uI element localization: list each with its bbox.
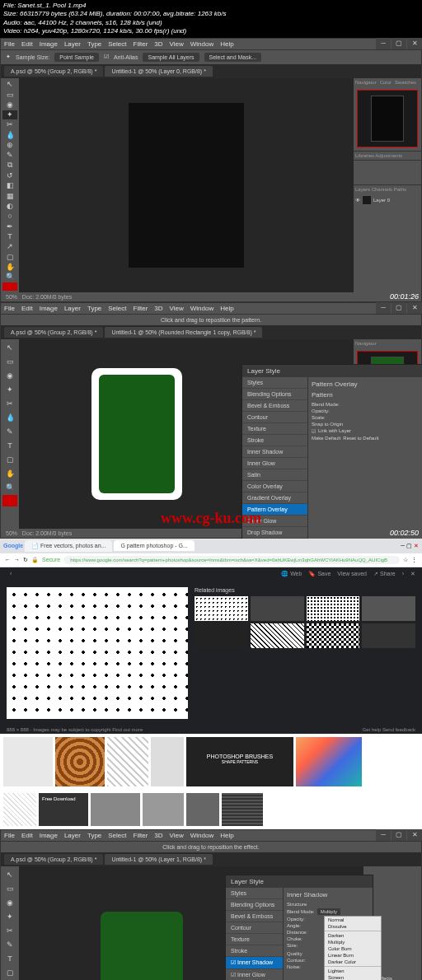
related-thumb[interactable] — [307, 596, 360, 621]
foreground-color[interactable] — [2, 282, 17, 291]
eye-icon[interactable]: 👁 — [355, 198, 360, 203]
card-shape[interactable] — [91, 368, 182, 500]
close-button[interactable]: ✕ — [407, 829, 422, 841]
zoom-tool[interactable]: 🔍 — [2, 273, 17, 282]
navigator-tab[interactable]: Navigator — [355, 80, 377, 85]
shape-tool[interactable]: ▢ — [2, 966, 17, 979]
result-thumb[interactable] — [296, 737, 362, 786]
ls-gradient-overlay[interactable]: Gradient Overlay — [242, 492, 307, 504]
menu-select[interactable]: Select — [108, 832, 126, 839]
canvas-area[interactable]: Layer Style Styles Blending Options Beve… — [19, 866, 363, 980]
crop-tool[interactable]: ✂ — [2, 924, 17, 937]
doc-tab-untitled[interactable]: Untitled-1 @ 50% (Layer 1, RGB/8) * — [105, 854, 213, 865]
star-icon[interactable]: ☆ — [403, 557, 408, 563]
related-thumb[interactable] — [195, 596, 248, 621]
move-tool[interactable]: ↖ — [2, 868, 17, 881]
result-thumb[interactable]: PHOTOSHOP BRUSHESSHAPE PATTERNS — [186, 737, 293, 786]
reset-default-button[interactable]: Reset to Default — [343, 436, 378, 441]
reload-button[interactable]: ↻ — [23, 557, 28, 563]
menu-help[interactable]: Help — [220, 305, 233, 312]
history-brush-tool[interactable]: ↺ — [2, 170, 17, 180]
maximize-button[interactable]: ▢ — [392, 829, 406, 841]
menu-help[interactable]: Help — [220, 40, 233, 48]
save-button[interactable]: 🔖 Save — [308, 571, 331, 577]
ls-contour[interactable]: Contour — [242, 412, 307, 423]
menu-image[interactable]: Image — [40, 305, 58, 312]
blur-tool[interactable]: ◐ — [2, 201, 17, 210]
magic-wand-tool[interactable]: ✦ — [2, 383, 17, 396]
paths-tab[interactable]: Paths — [394, 187, 406, 192]
menu-layer[interactable]: Layer — [64, 40, 81, 48]
ls-texture[interactable]: Texture — [226, 934, 283, 945]
browser-tab-freepik[interactable]: 📄 Free vectors, photos an... — [25, 540, 112, 552]
result-thumb[interactable]: Free Download — [39, 793, 88, 826]
canvas-area[interactable]: Layer Style Styles Blending Options Beve… — [19, 339, 354, 529]
ls-blending[interactable]: Blending Options — [242, 389, 307, 400]
path-tool[interactable]: ↗ — [2, 242, 17, 251]
doc-tab-untitled[interactable]: Untitled-1 @ 50% (Layer 0, RGB/8) * — [105, 66, 213, 77]
menu-view[interactable]: View — [170, 305, 184, 312]
canvas-document[interactable] — [129, 103, 244, 268]
close-button[interactable]: ✕ — [414, 543, 419, 549]
close-viewer[interactable]: ✕ — [410, 571, 415, 577]
back-button[interactable]: ← — [5, 557, 11, 562]
shape-tool[interactable]: ▢ — [2, 453, 17, 466]
eraser-tool[interactable]: ◧ — [2, 181, 17, 190]
close-button[interactable]: ✕ — [407, 302, 422, 314]
doc-tab-a[interactable]: A.psd @ 50% (Group 2, RGB/8) * — [4, 66, 103, 77]
eyedropper-tool[interactable]: 💧 — [2, 130, 17, 139]
magic-wand-tool[interactable]: ✦ — [2, 110, 17, 119]
url-input[interactable]: https://www.google.com/search?q=pattern+… — [63, 556, 400, 564]
menu-filter[interactable]: Filter — [134, 40, 148, 48]
navigator-preview[interactable] — [357, 90, 418, 147]
menu-select[interactable]: Select — [108, 305, 126, 312]
ls-inner-glow[interactable]: Inner Glow — [242, 458, 307, 469]
navigator-tab[interactable]: Navigator — [355, 341, 377, 346]
magic-wand-tool[interactable]: ✦ — [2, 910, 17, 923]
menu-filter[interactable]: Filter — [134, 832, 148, 839]
ls-bevel[interactable]: Bevel & Emboss — [242, 400, 307, 412]
menu-edit[interactable]: Edit — [21, 832, 33, 839]
ls-satin[interactable]: Satin — [242, 469, 307, 481]
menu-type[interactable]: Type — [87, 40, 101, 48]
browser-tab-google[interactable]: G pattern photoshop - G... — [114, 540, 194, 551]
lasso-tool[interactable]: ◉ — [2, 369, 17, 382]
result-thumb[interactable] — [91, 793, 140, 826]
checkbox-link[interactable]: ☑ — [312, 428, 316, 434]
result-thumb[interactable] — [186, 793, 219, 826]
sample-size-dropdown[interactable]: Point Sample — [54, 53, 99, 62]
ls-texture[interactable]: Texture — [242, 423, 307, 435]
blend-dissolve[interactable]: Dissolve — [325, 923, 381, 930]
menu-view[interactable]: View — [170, 40, 184, 48]
marquee-tool[interactable]: ▭ — [2, 90, 17, 99]
ls-inner-shadow[interactable]: Inner Shadow — [242, 446, 307, 458]
result-thumb[interactable] — [3, 793, 36, 826]
type-tool[interactable]: T — [2, 439, 17, 452]
menu-3d[interactable]: 3D — [154, 305, 162, 312]
ls-inner-shadow[interactable]: ☑ Inner Shadow — [226, 957, 283, 969]
type-tool[interactable]: T — [2, 231, 17, 240]
ls-styles[interactable]: Styles — [242, 377, 307, 389]
menu-filter[interactable]: Filter — [134, 305, 148, 312]
zoom-tool[interactable]: 🔍 — [2, 481, 17, 494]
menu-select[interactable]: Select — [108, 40, 126, 48]
color-tab[interactable]: Color — [380, 80, 392, 85]
web-button[interactable]: 🌐 Web — [281, 571, 302, 577]
maximize-button[interactable]: ▢ — [392, 302, 406, 314]
minimize-button[interactable]: ─ — [376, 302, 391, 314]
menu-window[interactable]: Window — [190, 305, 213, 312]
crop-tool[interactable]: ✂ — [2, 397, 17, 410]
blend-linearburn[interactable]: Linear Burn — [325, 952, 381, 959]
menu-type[interactable]: Type — [87, 305, 101, 312]
checkbox-antialias[interactable]: ☑ — [104, 54, 109, 60]
sample-all-layers-button[interactable]: Sample All Layers — [143, 53, 199, 62]
next-arrow[interactable]: › — [402, 571, 404, 577]
lasso-tool[interactable]: ◉ — [2, 896, 17, 909]
blend-mode-dropdown[interactable]: Multiply — [317, 908, 340, 915]
menu-window[interactable]: Window — [190, 40, 213, 48]
healing-tool[interactable]: ⊕ — [2, 140, 17, 149]
snap-button[interactable]: Snap to Origin — [312, 422, 343, 427]
main-image-preview[interactable] — [7, 587, 188, 719]
dodge-tool[interactable]: ○ — [2, 212, 17, 221]
related-thumb[interactable] — [195, 623, 248, 648]
